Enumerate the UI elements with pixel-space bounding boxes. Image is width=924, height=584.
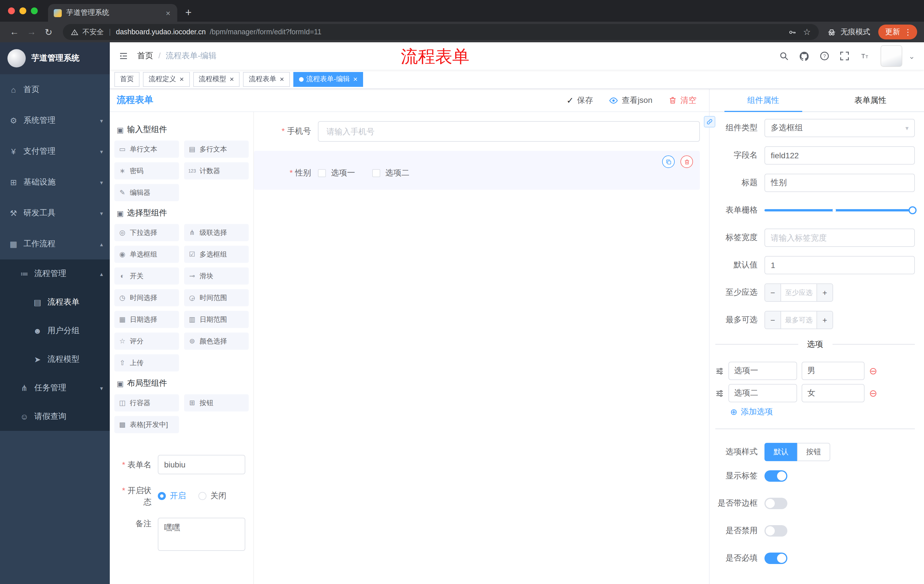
sidebar-collapse-icon[interactable] [110,51,137,61]
palette-item-date-picker[interactable]: ▦日期选择 [114,311,179,328]
palette-item-editor[interactable]: ✎编辑器 [114,184,179,201]
window-close-button[interactable] [8,7,15,14]
back-icon[interactable]: ← [7,25,22,39]
sidebar-item-infrastructure[interactable]: ⊞ 基础设施 ▾ [0,167,110,198]
max-select-input[interactable] [781,311,817,329]
add-option-button[interactable]: ⊕ 添加选项 [730,407,915,417]
status-off-radio[interactable]: 关闭 [198,491,226,501]
min-select-input[interactable] [781,284,817,301]
password-key-icon[interactable] [788,28,796,36]
option-value-input[interactable] [802,362,865,380]
form-canvas[interactable]: 手机号 性别 [254,112,709,584]
slider-handle[interactable] [909,206,917,214]
palette-item-date-range[interactable]: ▥日期范围 [184,311,249,328]
tag-close-icon[interactable]: × [353,75,358,84]
kebab-menu-icon[interactable]: ⋮ [904,28,912,36]
sidebar-item-user-group[interactable]: ☻ 用户分组 [0,317,110,345]
palette-item-row-container[interactable]: ◫行容器 [114,394,179,411]
border-switch[interactable] [764,498,787,509]
github-icon[interactable] [799,51,810,61]
sidebar-item-process-management[interactable]: ≔ 流程管理 ▴ [0,260,110,288]
palette-item-password[interactable]: ∗密码 [114,162,179,179]
form-grid-slider[interactable] [764,201,915,219]
sidebar-item-system-management[interactable]: ⚙ 系统管理 ▾ [0,105,110,136]
field-name-input[interactable] [764,146,915,165]
sidebar-item-workflow[interactable]: ▦ 工作流程 ▴ [0,229,110,260]
tab-close-icon[interactable]: × [165,8,172,17]
window-zoom-button[interactable] [31,7,38,14]
tab-form-props[interactable]: 表单属性 [817,89,924,112]
fullscreen-icon[interactable] [839,51,850,61]
required-switch[interactable] [764,553,787,564]
link-field-button[interactable] [704,116,715,127]
tag-process-model[interactable]: 流程模型× [193,72,239,87]
address-bar[interactable]: 不安全 | dashboard.yudao.iocoder.cn/bpm/man… [63,24,819,40]
decrement-button[interactable]: − [765,311,781,329]
palette-item-time-picker[interactable]: ◷时间选择 [114,289,179,306]
sidebar-item-home[interactable]: ⌂ 首页 [0,74,110,105]
user-avatar[interactable] [881,45,902,67]
palette-item-rate[interactable]: ☆评分 [114,332,179,350]
window-minimize-button[interactable] [20,7,26,14]
search-icon[interactable] [779,51,789,61]
option-value-input[interactable] [802,384,865,402]
palette-item-counter[interactable]: 123计数器 [184,162,249,179]
security-label[interactable]: 不安全 [82,27,104,37]
default-value-input[interactable] [764,256,915,274]
palette-item-cascader[interactable]: ⋔级联选择 [184,224,249,241]
browser-tab[interactable]: 芋道管理系统 × [48,4,177,22]
option-label-input[interactable] [728,384,797,402]
browser-update-button[interactable]: 更新 ⋮ [878,25,917,39]
sidebar-item-process-model[interactable]: ➤ 流程模型 [0,345,110,374]
palette-item-multi-line-text[interactable]: ▤多行文本 [184,141,249,158]
checkbox-option-1[interactable]: 选项一 [318,168,355,178]
palette-item-color-picker[interactable]: ⊚颜色选择 [184,332,249,350]
sidebar-item-payment-management[interactable]: ¥ 支付管理 ▾ [0,136,110,167]
breadcrumb-home[interactable]: 首页 [137,51,153,60]
decrement-button[interactable]: − [765,284,781,301]
tag-close-icon[interactable]: × [280,75,284,84]
remove-option-icon[interactable]: ⊖ [869,388,878,398]
checkbox-option-2[interactable]: 选项二 [372,168,409,178]
save-button[interactable]: ✓ 保存 [566,95,593,105]
disabled-switch[interactable] [764,525,787,536]
view-json-button[interactable]: 查看json [609,95,652,105]
title-input[interactable] [764,174,915,192]
remark-textarea[interactable]: 嘿嘿 [158,518,245,551]
label-width-input[interactable] [764,229,915,247]
new-tab-button[interactable]: + [185,6,191,19]
clear-button[interactable]: 清空 [668,95,696,105]
help-icon[interactable]: ? [819,51,830,61]
gender-field-selected[interactable]: 性别 选项一 选项二 [254,151,700,190]
tab-component-props[interactable]: 组件属性 [710,89,817,112]
tag-home[interactable]: 首页 [114,72,140,87]
increment-button[interactable]: + [817,284,833,301]
tag-process-form-edit[interactable]: 流程表单-编辑× [293,72,363,87]
increment-button[interactable]: + [817,311,833,329]
palette-item-dropdown[interactable]: ◎下拉选择 [114,224,179,241]
sidebar-item-leave-query[interactable]: ☺ 请假查询 [0,402,110,431]
avatar-caret-icon[interactable]: ⌄ [909,52,915,60]
reload-icon[interactable]: ↻ [41,25,56,39]
form-name-input[interactable] [158,455,245,474]
delete-field-button[interactable] [680,155,693,168]
sidebar-item-dev-tools[interactable]: ⚒ 研发工具 ▾ [0,198,110,229]
font-size-icon[interactable]: TT [860,51,871,61]
palette-item-radio-group[interactable]: ◉单选框组 [114,246,179,263]
palette-item-single-line-text[interactable]: ▭单行文本 [114,141,179,158]
copy-field-button[interactable] [662,155,675,168]
option-label-input[interactable] [728,362,797,380]
status-on-radio[interactable]: 开启 [158,491,186,501]
palette-item-button[interactable]: ⊞按钮 [184,394,249,411]
remove-option-icon[interactable]: ⊖ [869,366,878,376]
palette-item-upload[interactable]: ⇧上传 [114,354,179,372]
option-style-button-button[interactable]: 按钮 [797,443,830,461]
drag-handle-icon[interactable] [715,367,724,375]
palette-item-time-range[interactable]: ◶时间范围 [184,289,249,306]
palette-item-slider[interactable]: ⊸滑块 [184,267,249,285]
forward-icon[interactable]: → [24,25,39,39]
show-label-switch[interactable] [764,470,787,482]
phone-input[interactable] [318,121,700,142]
tag-close-icon[interactable]: × [229,75,234,84]
bookmark-star-icon[interactable]: ☆ [803,27,811,37]
